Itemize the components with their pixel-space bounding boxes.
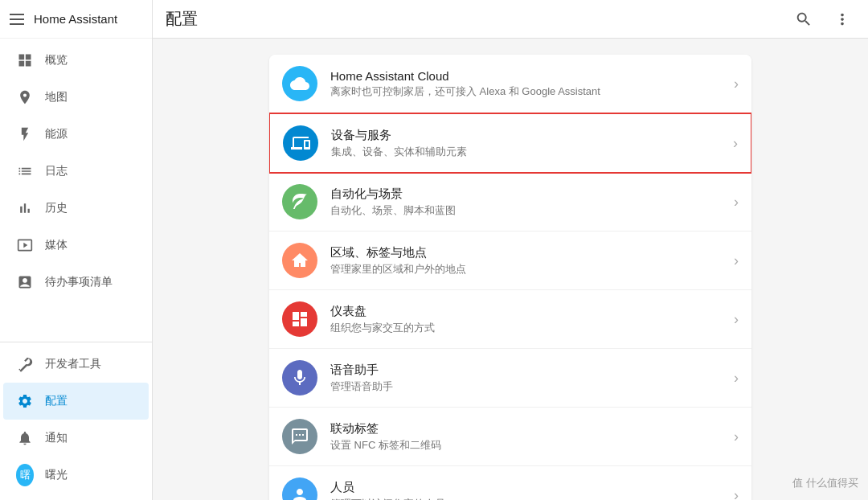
chevron-icon-cloud: › [734,76,739,92]
card-title-areas: 区域、标签与地点 [330,245,727,260]
grid-icon [16,51,34,69]
card-subtitle-voice: 管理语音助手 [330,379,727,394]
sidebar-item-developer[interactable]: 开发者工具 [3,346,149,383]
card-title-people: 人员 [330,480,727,495]
sidebar-item-overview[interactable]: 概览 [3,42,149,79]
menu-icon[interactable] [10,14,24,25]
card-title-cloud: Home Assistant Cloud [330,69,727,83]
card-title-dashboard: 仪表盘 [330,304,727,319]
map-icon [16,88,34,106]
card-icon-tags [282,419,317,454]
card-text-devices: 设备与服务 集成、设备、实体和辅助元素 [331,128,727,159]
sidebar-item-energy[interactable]: 能源 [3,116,149,153]
chevron-icon-areas: › [734,252,739,269]
card-text-dashboard: 仪表盘 组织您与家交互的方式 [330,304,727,335]
sidebar-label-history: 历史 [45,201,68,215]
sidebar-label-notifications: 通知 [45,431,68,445]
chevron-icon-tags: › [734,428,739,445]
sidebar-item-todo[interactable]: 待办事项清单 [3,264,149,301]
sidebar-item-logs[interactable]: 日志 [3,153,149,190]
card-item-automation[interactable]: 自动化与场景 自动化、场景、脚本和蓝图 › [269,173,751,232]
card-item-cloud[interactable]: Home Assistant Cloud 离家时也可控制家居，还可接入 Alex… [269,55,751,113]
todo-icon [16,273,34,291]
sidebar-label-todo: 待办事项清单 [45,275,113,289]
bar-chart-icon [16,199,34,217]
chevron-icon-people: › [734,487,739,501]
card-icon-cloud [282,66,317,101]
wrench-icon [16,355,34,373]
card-subtitle-people: 管理可以访问您家的人员 [330,497,727,501]
sidebar-header: Home Assistant [0,0,152,39]
sidebar-label-logs: 日志 [45,164,68,178]
card-text-cloud: Home Assistant Cloud 离家时也可控制家居，还可接入 Alex… [330,69,727,99]
topbar: 配置 [153,0,868,39]
content-area: Home Assistant Cloud 离家时也可控制家居，还可接入 Alex… [153,39,868,500]
card-subtitle-devices: 集成、设备、实体和辅助元素 [331,145,727,159]
card-subtitle-tags: 设置 NFC 标签和二维码 [330,438,727,453]
sidebar: Home Assistant 概览 地图 能源 [0,0,153,500]
card-text-areas: 区域、标签与地点 管理家里的区域和户外的地点 [330,245,727,277]
sidebar-label-user: 曙光 [45,468,68,482]
card-item-devices[interactable]: 设备与服务 集成、设备、实体和辅助元素 › [269,113,751,174]
card-title-tags: 联动标签 [330,421,727,436]
sidebar-label-energy: 能源 [45,127,68,141]
sidebar-item-config[interactable]: 配置 [3,383,149,420]
chevron-icon-dashboard: › [734,311,739,328]
sidebar-label-overview: 概览 [45,53,68,68]
card-subtitle-dashboard: 组织您与家交互的方式 [330,321,727,335]
list-icon [16,162,34,180]
card-subtitle-automation: 自动化、场景、脚本和蓝图 [330,203,727,218]
card-item-voice[interactable]: 语音助手 管理语音助手 › [269,349,751,408]
sidebar-item-notifications[interactable]: 通知 [3,420,149,457]
topbar-actions [791,6,855,32]
cards-container: Home Assistant Cloud 离家时也可控制家居，还可接入 Alex… [269,55,751,500]
media-icon [16,236,34,254]
sidebar-label-developer: 开发者工具 [45,357,101,371]
card-text-voice: 语音助手 管理语音助手 [330,363,727,394]
card-text-tags: 联动标签 设置 NFC 标签和二维码 [330,421,727,453]
gear-icon [16,392,34,410]
card-icon-people [282,477,317,500]
bell-icon [16,429,34,447]
sidebar-label-map: 地图 [45,90,68,105]
chevron-icon-devices: › [733,135,738,152]
card-text-people: 人员 管理可以访问您家的人员 [330,480,727,501]
card-title-voice: 语音助手 [330,363,727,378]
card-icon-automation [282,184,317,219]
card-icon-dashboard [282,301,317,337]
sidebar-nav: 概览 地图 能源 日志 历史 [0,39,152,342]
card-item-people[interactable]: 人员 管理可以访问您家的人员 › [269,466,751,500]
avatar-icon: 曙 [16,466,34,484]
sidebar-bottom: 开发者工具 配置 通知 曙 曙光 [0,342,152,500]
card-item-tags[interactable]: 联动标签 设置 NFC 标签和二维码 › [269,408,751,466]
card-text-automation: 自动化与场景 自动化、场景、脚本和蓝图 [330,186,727,218]
app-title: Home Assistant [34,12,117,26]
card-icon-areas [282,243,317,278]
card-title-automation: 自动化与场景 [330,186,727,202]
bolt-icon [16,125,34,143]
chevron-icon-voice: › [734,370,739,387]
card-title-devices: 设备与服务 [331,128,727,143]
card-icon-devices [283,125,318,161]
chevron-icon-automation: › [734,194,739,211]
search-button[interactable] [791,6,817,32]
main-content: 配置 Home Assistant Cloud 离家时也可控制家居，还可接入 A… [153,0,868,500]
sidebar-label-config: 配置 [45,394,68,408]
sidebar-item-map[interactable]: 地图 [3,79,149,116]
sidebar-label-media: 媒体 [45,238,68,252]
card-subtitle-areas: 管理家里的区域和户外的地点 [330,262,727,277]
sidebar-item-history[interactable]: 历史 [3,190,149,227]
card-item-dashboard[interactable]: 仪表盘 组织您与家交互的方式 › [269,290,751,349]
sidebar-item-user[interactable]: 曙 曙光 [3,457,149,494]
page-title: 配置 [166,8,198,30]
card-item-areas[interactable]: 区域、标签与地点 管理家里的区域和户外的地点 › [269,232,751,290]
sidebar-item-media[interactable]: 媒体 [3,227,149,264]
card-icon-voice [282,360,317,395]
more-button[interactable] [829,6,855,32]
card-subtitle-cloud: 离家时也可控制家居，还可接入 Alexa 和 Google Assistant [330,84,727,99]
